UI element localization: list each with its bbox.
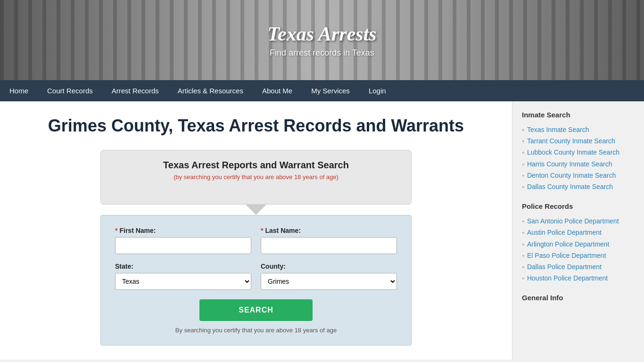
list-item: Dallas Police Department	[522, 263, 635, 271]
main-nav: Home Court Records Arrest Records Articl…	[0, 80, 644, 101]
nav-articles[interactable]: Articles & Resources	[168, 80, 253, 101]
sidebar: Inmate Search Texas Inmate Search Tarran…	[512, 101, 644, 360]
list-item: Texas Inmate Search	[522, 125, 635, 134]
police-austin[interactable]: Austin Police Department	[527, 228, 602, 237]
page-heading: Grimes County, Texas Arrest Records and …	[19, 115, 493, 136]
last-name-input[interactable]	[261, 237, 397, 254]
banner-content: Texas Arrests Find arrest records in Tex…	[267, 23, 376, 58]
nav-home[interactable]: Home	[0, 80, 38, 101]
list-item: San Antonio Police Department	[522, 217, 635, 225]
inmate-search-title: Inmate Search	[522, 111, 635, 121]
first-name-input[interactable]	[115, 237, 251, 254]
inmate-search-lubbock[interactable]: Lubbock County Inmate Search	[527, 148, 619, 156]
form-row-names: *First Name: *Last Name:	[115, 227, 397, 254]
arrow-down-icon	[246, 205, 266, 215]
list-item: Denton County Inmate Search	[522, 171, 635, 180]
sidebar-general-info: General Info	[522, 294, 635, 304]
form-group-last-name: *Last Name:	[261, 227, 397, 254]
search-button[interactable]: SEARCH	[199, 299, 313, 321]
form-group-county: County: Grimes	[261, 263, 397, 290]
nav-services[interactable]: My Services	[302, 80, 359, 101]
form-group-state: State: Texas	[115, 263, 251, 290]
list-item: Tarrant County Inmate Search	[522, 137, 635, 145]
main-content: Grimes County, Texas Arrest Records and …	[0, 101, 512, 360]
search-form: *First Name: *Last Name: State: Texas	[100, 215, 412, 346]
list-item: Harris County Inmate Search	[522, 160, 635, 168]
general-info-title: General Info	[522, 294, 635, 304]
state-label: State:	[115, 263, 251, 270]
search-box-age-note: (by searching you certify that you are a…	[115, 173, 397, 181]
list-item: Dallas County Inmate Search	[522, 182, 635, 191]
police-arlington[interactable]: Arlington Police Department	[527, 240, 609, 248]
search-box-title: Texas Arrest Reports and Warrant Search	[115, 160, 397, 171]
form-row-location: State: Texas County: Grimes	[115, 263, 397, 290]
inmate-search-harris[interactable]: Harris County Inmate Search	[527, 160, 612, 168]
police-houston[interactable]: Houston Police Department	[527, 274, 608, 282]
banner: Texas Arrests Find arrest records in Tex…	[0, 0, 644, 80]
sidebar-inmate-search: Inmate Search Texas Inmate Search Tarran…	[522, 111, 635, 191]
last-name-required-marker: *	[261, 227, 263, 234]
search-box-header: Texas Arrest Reports and Warrant Search …	[100, 150, 412, 205]
police-el-paso[interactable]: El Paso Police Department	[527, 251, 606, 260]
police-san-antonio[interactable]: San Antonio Police Department	[527, 217, 619, 225]
site-title: Texas Arrests	[267, 23, 376, 45]
last-name-label: *Last Name:	[261, 227, 397, 234]
list-item: Lubbock County Inmate Search	[522, 148, 635, 156]
inmate-search-denton[interactable]: Denton County Inmate Search	[527, 171, 616, 180]
first-name-label: *First Name:	[115, 227, 251, 234]
page-body: Grimes County, Texas Arrest Records and …	[0, 101, 644, 360]
inmate-search-texas[interactable]: Texas Inmate Search	[527, 125, 589, 134]
form-group-first-name: *First Name:	[115, 227, 251, 254]
search-footer-note: By searching you certify that you are ab…	[115, 327, 397, 334]
list-item: El Paso Police Department	[522, 251, 635, 260]
inmate-search-tarrant[interactable]: Tarrant County Inmate Search	[527, 137, 615, 145]
nav-court-records[interactable]: Court Records	[38, 80, 102, 101]
state-select[interactable]: Texas	[115, 273, 251, 290]
list-item: Austin Police Department	[522, 228, 635, 237]
police-records-list: San Antonio Police Department Austin Pol…	[522, 217, 635, 282]
first-name-required-marker: *	[115, 227, 117, 234]
site-subtitle: Find arrest records in Texas	[267, 48, 376, 58]
inmate-search-dallas[interactable]: Dallas County Inmate Search	[527, 182, 613, 191]
nav-login[interactable]: Login	[359, 80, 396, 101]
police-records-title: Police Records	[522, 202, 635, 212]
county-label: County:	[261, 263, 397, 270]
nav-arrest-records[interactable]: Arrest Records	[102, 80, 168, 101]
list-item: Houston Police Department	[522, 274, 635, 282]
police-dallas[interactable]: Dallas Police Department	[527, 263, 602, 271]
nav-about[interactable]: About Me	[253, 80, 302, 101]
inmate-search-list: Texas Inmate Search Tarrant County Inmat…	[522, 125, 635, 191]
list-item: Arlington Police Department	[522, 240, 635, 248]
county-select[interactable]: Grimes	[261, 273, 397, 290]
sidebar-police-records: Police Records San Antonio Police Depart…	[522, 202, 635, 282]
